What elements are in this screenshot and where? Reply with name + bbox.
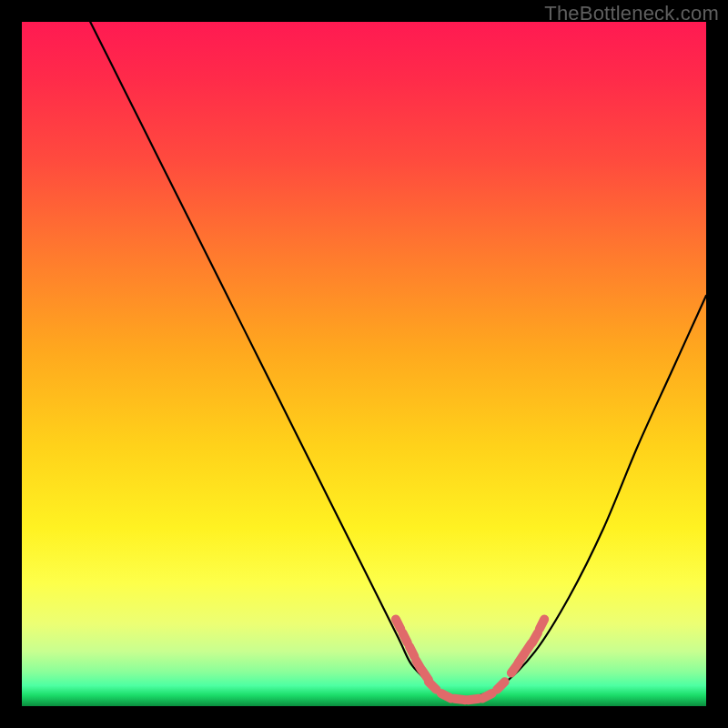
plot-area	[22, 22, 706, 706]
chart-frame: TheBottleneck.com	[0, 0, 728, 728]
bottleneck-curve	[90, 22, 706, 701]
curve-svg	[22, 22, 706, 706]
curve-markers	[389, 613, 551, 705]
